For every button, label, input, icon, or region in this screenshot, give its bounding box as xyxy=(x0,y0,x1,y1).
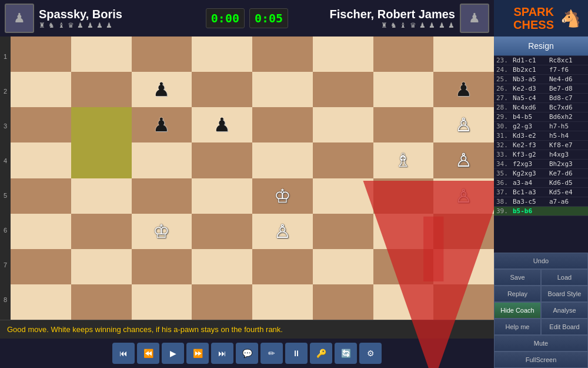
load-button[interactable]: Load xyxy=(541,269,588,286)
move-black[interactable]: a7-a6 xyxy=(549,198,586,205)
next-move-button[interactable]: ⏩ xyxy=(186,343,209,364)
move-black[interactable]: Rc8xc1 xyxy=(549,57,586,64)
square-a4[interactable] xyxy=(11,178,71,214)
move-row[interactable]: 37.Bc1-a3Kd5-e4 xyxy=(494,188,588,197)
move-white[interactable]: Ke2-f3 xyxy=(513,141,549,149)
play-button[interactable]: ▶ xyxy=(162,343,184,364)
move-white[interactable]: a3-a4 xyxy=(513,179,549,187)
analyse-button[interactable]: Analyse xyxy=(541,302,588,319)
square-d5[interactable] xyxy=(192,142,252,178)
square-d8[interactable] xyxy=(192,37,252,72)
move-row[interactable]: 26.Ke2-d3Be7-d8 xyxy=(494,84,588,94)
square-c6[interactable]: ♟ xyxy=(132,107,192,142)
square-f1[interactable] xyxy=(313,284,373,320)
piece-c7[interactable]: ♟ xyxy=(153,80,170,99)
square-c2[interactable] xyxy=(132,249,192,284)
square-h4[interactable]: ♙ xyxy=(433,178,494,214)
move-row[interactable]: 28.Nc4xd6Bc7xd6 xyxy=(494,103,588,112)
resign-button[interactable]: Resign xyxy=(494,37,588,56)
square-h3[interactable] xyxy=(433,214,494,249)
move-white[interactable]: Bc1-a3 xyxy=(513,188,549,196)
move-white[interactable]: Kd3-e2 xyxy=(513,132,549,140)
piece-h7[interactable]: ♟ xyxy=(455,80,472,99)
square-f5[interactable] xyxy=(313,142,373,178)
move-black[interactable]: Bh2xg3 xyxy=(549,160,586,168)
square-e5[interactable] xyxy=(252,142,313,178)
square-a3[interactable] xyxy=(11,214,71,249)
move-row[interactable]: 35.Kg2xg3Ke7-d6 xyxy=(494,169,588,178)
piece-c3[interactable]: ♔ xyxy=(153,222,170,241)
square-e1[interactable] xyxy=(252,284,313,320)
square-b3[interactable] xyxy=(71,214,132,249)
move-black[interactable]: Bd6xh2 xyxy=(549,113,586,121)
move-white[interactable]: Nc4xd6 xyxy=(513,104,549,111)
move-row[interactable]: 27.Na5-c4Bd8-c7 xyxy=(494,94,588,103)
square-d6[interactable]: ♟ xyxy=(192,107,252,142)
square-g7[interactable] xyxy=(373,72,434,107)
square-a8[interactable] xyxy=(11,37,71,72)
square-d7[interactable] xyxy=(192,72,252,107)
hide-coach-button[interactable]: Hide Coach xyxy=(494,302,541,319)
piece-h4[interactable]: ♙ xyxy=(455,187,472,205)
move-row[interactable]: 33.Kf3-g2h4xg3 xyxy=(494,150,588,160)
pause-button[interactable]: ⏸ xyxy=(285,343,308,364)
square-a6[interactable] xyxy=(11,107,71,142)
piece-d6[interactable]: ♟ xyxy=(213,115,230,134)
move-row[interactable]: 30.g2-g3h7-h5 xyxy=(494,122,588,131)
chat-button[interactable]: 💬 xyxy=(236,343,258,364)
square-b2[interactable] xyxy=(71,249,132,284)
square-e4[interactable]: ♔ xyxy=(252,178,313,214)
move-row[interactable]: 29.b4-b5Bd6xh2 xyxy=(494,112,588,122)
square-b6[interactable] xyxy=(71,107,132,142)
square-f4[interactable] xyxy=(313,178,373,214)
move-white[interactable]: b4-b5 xyxy=(513,113,549,121)
settings-button[interactable]: ⚙ xyxy=(359,343,382,364)
move-white[interactable]: Bb2xc1 xyxy=(513,66,549,74)
square-a2[interactable] xyxy=(11,249,71,284)
square-b4[interactable] xyxy=(71,178,132,214)
move-row[interactable]: 32.Ke2-f3Kf8-e7 xyxy=(494,141,588,150)
move-row[interactable]: 34.f2xg3Bh2xg3 xyxy=(494,160,588,169)
square-e2[interactable] xyxy=(252,249,313,284)
move-black[interactable]: h4xg3 xyxy=(549,151,586,158)
square-b7[interactable] xyxy=(71,72,132,107)
move-black[interactable] xyxy=(549,207,586,215)
square-g8[interactable] xyxy=(373,37,434,72)
move-white[interactable]: Nb3-a5 xyxy=(513,75,549,83)
piece-g5[interactable]: ♗ xyxy=(395,151,412,170)
square-f3[interactable] xyxy=(313,214,373,249)
square-e3[interactable]: ♙ xyxy=(252,214,313,249)
board-style-button[interactable]: Board Style xyxy=(541,286,588,302)
help-me-button[interactable]: Help me xyxy=(494,319,541,335)
move-black[interactable]: Kd5-e4 xyxy=(549,188,586,196)
square-a1[interactable] xyxy=(11,284,71,320)
move-row[interactable]: 36.a3-a4Kd6-d5 xyxy=(494,178,588,188)
move-black[interactable]: f7-f6 xyxy=(549,66,586,74)
square-d2[interactable] xyxy=(192,249,252,284)
skip-to-end-button[interactable]: ⏭ xyxy=(211,343,233,364)
login-button[interactable]: 🔑 xyxy=(310,343,332,364)
square-b8[interactable] xyxy=(71,37,132,72)
square-c1[interactable] xyxy=(132,284,192,320)
square-c5[interactable] xyxy=(132,142,192,178)
rotate-button[interactable]: 🔄 xyxy=(335,343,357,364)
fullscreen-button[interactable]: FullScreen xyxy=(494,352,588,368)
square-h2[interactable] xyxy=(433,249,494,284)
square-f6[interactable] xyxy=(313,107,373,142)
move-black[interactable]: Kf8-e7 xyxy=(549,141,586,149)
square-b5[interactable] xyxy=(71,142,132,178)
save-button[interactable]: Save xyxy=(494,269,541,286)
square-d4[interactable] xyxy=(192,178,252,214)
move-row[interactable]: 38.Ba3-c5a7-a6 xyxy=(494,197,588,207)
square-f2[interactable] xyxy=(313,249,373,284)
move-white[interactable]: Rd1-c1 xyxy=(513,57,549,64)
move-black[interactable]: h5-h4 xyxy=(549,132,586,140)
square-e8[interactable] xyxy=(252,37,313,72)
square-g6[interactable] xyxy=(373,107,434,142)
square-a5[interactable] xyxy=(11,142,71,178)
move-row[interactable]: 25.Nb3-a5Ne4-d6 xyxy=(494,75,588,84)
move-white[interactable]: Kg2xg3 xyxy=(513,170,549,177)
square-c4[interactable] xyxy=(132,178,192,214)
move-black[interactable]: h7-h5 xyxy=(549,122,586,130)
square-b1[interactable] xyxy=(71,284,132,320)
